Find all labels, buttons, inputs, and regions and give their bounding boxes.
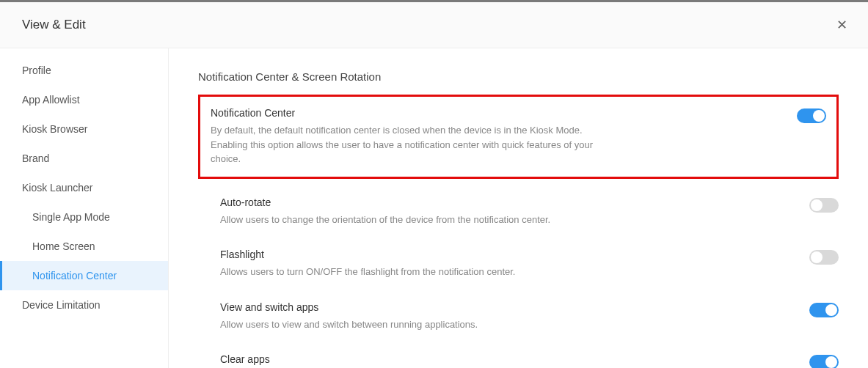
sidebar-item-label: Kiosk Launcher (22, 182, 93, 194)
toggle-knob (811, 199, 823, 211)
setting-row-view-switch: View and switch apps Allow users to view… (198, 301, 839, 332)
setting-text: Clear apps Allow users to clear applicat… (220, 353, 631, 368)
sidebar-item-notification-center[interactable]: Notification Center (0, 261, 168, 290)
toggle-flashlight[interactable] (809, 250, 839, 265)
setting-desc-flashlight: Allows users to turn ON/OFF the flashlig… (220, 265, 631, 279)
sidebar-item-label: Kiosk Browser (22, 123, 87, 135)
sidebar-item-label: Home Screen (32, 240, 95, 252)
setting-title-auto-rotate: Auto-rotate (220, 196, 631, 208)
setting-text: Flashlight Allows users to turn ON/OFF t… (220, 249, 631, 279)
setting-text: Notification Center By default, the defa… (211, 107, 621, 166)
sidebar-item-app-allowlist[interactable]: App Allowlist (0, 85, 168, 114)
toggle-clear-apps[interactable] (809, 355, 839, 368)
sidebar-item-label: Device Limitation (22, 299, 101, 311)
setting-row-flashlight: Flashlight Allows users to turn ON/OFF t… (198, 249, 839, 279)
toggle-notification-center[interactable] (797, 108, 826, 123)
setting-row-auto-rotate: Auto-rotate Allow users to change the or… (198, 196, 839, 227)
setting-text: View and switch apps Allow users to view… (220, 301, 631, 332)
header: View & Edit ✕ (0, 2, 868, 48)
sidebar-item-label: Notification Center (32, 270, 117, 281)
sidebar-item-label: Single App Mode (32, 211, 110, 223)
sidebar-item-kiosk-launcher[interactable]: Kiosk Launcher (0, 173, 168, 202)
sidebar: Profile App Allowlist Kiosk Browser Bran… (0, 48, 169, 368)
setting-title-view-switch: View and switch apps (220, 301, 631, 313)
sidebar-item-kiosk-browser[interactable]: Kiosk Browser (0, 114, 168, 144)
highlight-box: Notification Center By default, the defa… (198, 95, 839, 179)
content: Notification Center & Screen Rotation No… (169, 48, 868, 368)
close-button[interactable]: ✕ (831, 14, 853, 36)
setting-title-notification-center: Notification Center (211, 107, 621, 119)
sidebar-item-brand[interactable]: Brand (0, 144, 168, 173)
toggle-knob (825, 304, 837, 316)
section-title: Notification Center & Screen Rotation (198, 70, 839, 83)
sidebar-item-home-screen[interactable]: Home Screen (0, 232, 168, 261)
layout: Profile App Allowlist Kiosk Browser Bran… (0, 48, 868, 368)
toggle-knob (825, 356, 837, 368)
setting-desc-view-switch: Allow users to view and switch between r… (220, 317, 631, 332)
sidebar-item-label: Brand (22, 152, 49, 164)
setting-title-flashlight: Flashlight (220, 249, 631, 260)
toggle-auto-rotate[interactable] (809, 198, 839, 213)
sidebar-item-profile[interactable]: Profile (0, 56, 168, 85)
setting-text: Auto-rotate Allow users to change the or… (220, 196, 631, 227)
sidebar-item-label: Profile (22, 65, 51, 76)
setting-desc-auto-rotate: Allow users to change the orientation of… (220, 213, 631, 227)
page-title: View & Edit (22, 18, 86, 32)
sidebar-item-device-limitation[interactable]: Device Limitation (0, 290, 168, 320)
toggle-view-switch[interactable] (809, 303, 839, 317)
close-icon: ✕ (836, 18, 847, 32)
toggle-knob (813, 110, 825, 122)
sidebar-item-single-app-mode[interactable]: Single App Mode (0, 202, 168, 232)
toggle-knob (811, 251, 823, 263)
setting-title-clear-apps: Clear apps (220, 353, 631, 365)
setting-row-clear-apps: Clear apps Allow users to clear applicat… (198, 353, 839, 368)
sidebar-item-label: App Allowlist (22, 94, 80, 106)
setting-desc-notification-center: By default, the default notification cen… (211, 123, 621, 166)
